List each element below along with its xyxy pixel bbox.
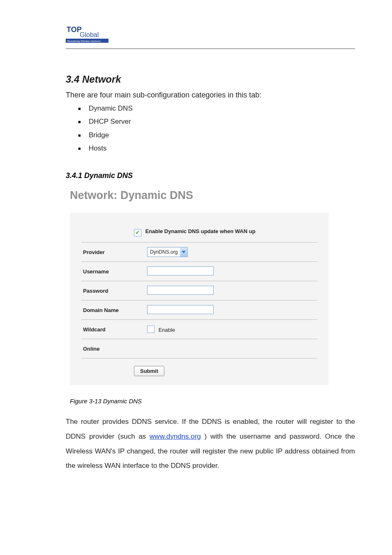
brand-logo: TOP Global Broadening Wireless Horizons	[66, 25, 355, 44]
provider-link[interactable]: www.dyndns.org	[150, 432, 201, 440]
ddns-panel: Enable Dynamic DNS update when WAN up Pr…	[70, 213, 329, 385]
panel-title: Network: Dynamic DNS	[70, 189, 355, 202]
provider-label: Provider	[81, 249, 145, 255]
section-title: 3.4 Network	[66, 74, 355, 85]
subsection-title: 3.4.1 Dynamic DNS	[66, 171, 355, 180]
list-item: Bridge	[78, 129, 355, 142]
chevron-down-icon	[180, 247, 187, 257]
body-paragraph: The router provides DDNS service. If the…	[66, 414, 355, 473]
provider-value: DynDNS.org	[148, 249, 180, 255]
provider-select[interactable]: DynDNS.org	[147, 247, 188, 257]
svg-marker-5	[182, 251, 186, 253]
domain-name-label: Domain Name	[81, 307, 145, 313]
wildcard-checkbox[interactable]	[147, 326, 154, 333]
list-item: Dynamic DNS	[78, 102, 355, 115]
svg-text:Global: Global	[80, 31, 99, 38]
domain-name-input[interactable]	[147, 305, 214, 314]
svg-text:Broadening Wireless Horizons: Broadening Wireless Horizons	[67, 40, 101, 42]
list-item: DHCP Server	[78, 115, 355, 128]
list-item: Hosts	[78, 142, 355, 155]
submit-button[interactable]: Submit	[134, 366, 164, 376]
wildcard-option: Enable	[159, 327, 175, 333]
tab-list: Dynamic DNS DHCP Server Bridge Hosts	[78, 102, 355, 155]
figure-caption: Figure 3-13 Dynamic DNS	[70, 398, 355, 405]
enable-checkbox[interactable]	[134, 229, 141, 236]
username-label: Username	[81, 268, 145, 275]
online-label: Online	[81, 346, 145, 352]
enable-row: Enable Dynamic DNS update when WAN up	[70, 222, 329, 242]
password-label: Password	[81, 288, 145, 294]
enable-label: Enable Dynamic DNS update when WAN up	[145, 228, 256, 234]
username-input[interactable]	[147, 266, 214, 275]
wildcard-label: Wildcard	[81, 326, 145, 333]
header-divider	[66, 49, 355, 49]
password-input[interactable]	[147, 286, 214, 295]
section-intro: There are four main sub-configuration ca…	[66, 91, 355, 99]
